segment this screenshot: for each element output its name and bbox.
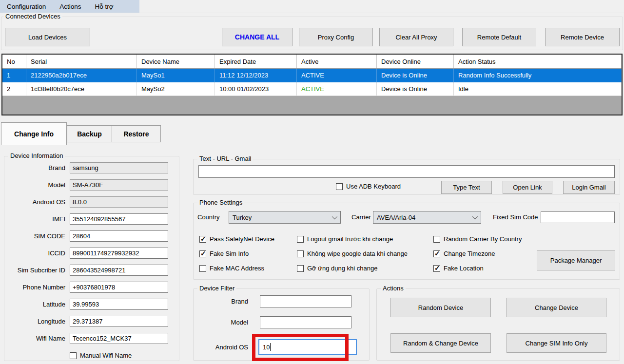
android-os-field[interactable] [70,196,168,208]
menu-strip: Configuration Actions Hỗ trợ [0,0,139,13]
menu-configuration[interactable]: Configuration [0,0,53,13]
use-adb-keyboard-checkbox[interactable]: Use ADB Keyboard [336,183,401,190]
brand-field[interactable] [70,162,168,173]
table-empty-area [2,96,622,115]
column-header-no[interactable]: No [2,55,26,68]
phone-number-field[interactable] [70,282,168,293]
longitude-label: Longitude [4,318,70,325]
fake-sim-info-label: Fake Sim Info [210,250,249,257]
filter-brand-input[interactable] [260,295,351,307]
login-gmail-button[interactable]: Login Gmail [563,181,615,194]
model-field[interactable] [70,179,168,191]
clear-all-proxy-button[interactable]: Clear All Proxy [379,28,453,46]
sim-subscriber-id-field[interactable] [70,265,168,276]
random-carrier-checkbox[interactable]: Random Carrier By Country [433,235,522,243]
random-device-button[interactable]: Random Device [390,298,491,317]
device-filter-group: Device Filter Brand Model Android OS 10 [193,288,370,361]
type-text-button[interactable]: Type Text [441,181,492,194]
checkbox-box-icon [433,265,440,272]
logout-gmail-label: Logout gmail trước khi change [307,235,393,243]
device-table: No Serial Device Name Expired Date Activ… [1,54,623,115]
country-dropdown[interactable]: Turkey [229,211,341,224]
fake-location-checkbox[interactable]: Fake Location [433,265,484,272]
tab-change-info[interactable]: Change Info [1,122,67,145]
go-ung-dung-checkbox[interactable]: Gỡ ứng dụng khi change [297,265,377,272]
checkbox-box-icon [336,183,343,190]
field-row-phone-number: Phone Number [4,282,179,293]
fixed-sim-code-input[interactable] [541,211,615,223]
cell-expired-date: 11:12 12/12/2023 [215,69,297,82]
field-row-wifi-name: Wifi Name [4,333,179,344]
change-sim-info-only-button[interactable]: Change SIM Info Only [507,333,606,353]
iccid-label: ICCID [4,249,70,257]
actions-title: Actions [381,285,406,292]
cell-no: 2 [2,82,26,96]
proxy-config-button[interactable]: Proxy Config [299,28,373,46]
khong-wipe-google-label: Không wipe google data khi change [307,250,408,257]
connected-devices-title: Connected Devices [3,13,62,20]
manual-wifi-name-label: Manual Wifi Name [80,352,132,359]
column-header-device-name[interactable]: Device Name [137,55,215,68]
fake-mac-address-checkbox[interactable]: Fake MAC Address [199,265,264,272]
khong-wipe-google-checkbox[interactable]: Không wipe google data khi change [297,250,408,257]
carrier-dropdown[interactable]: AVEA/Aria-04 [373,211,481,224]
text-url-gmail-group: Text - URL - Gmail Use ADB Keyboard Type… [193,159,620,195]
menu-ho-tro[interactable]: Hỗ trợ [88,0,120,13]
brand-label: Brand [4,164,70,172]
go-ung-dung-label: Gỡ ứng dụng khi change [307,265,377,272]
wifi-name-field[interactable] [70,333,168,344]
tab-restore[interactable]: Restore [112,125,161,142]
sim-code-field[interactable] [70,230,168,242]
change-device-button[interactable]: Change Device [507,298,606,317]
cell-device-online: Device is Online [377,82,454,96]
checkbox-box-icon [433,250,440,257]
checkbox-box-icon [297,265,304,272]
manual-wifi-name-checkbox[interactable]: Manual Wifi Name [70,352,132,359]
phone-number-label: Phone Number [4,284,70,291]
chevron-down-icon [472,214,478,219]
logout-gmail-checkbox[interactable]: Logout gmail trước khi change [297,235,393,243]
table-row[interactable]: 1 2122950a2b017ece MaySo1 11:12 12/12/20… [2,69,622,82]
remote-default-button[interactable]: Remote Default [462,28,536,46]
filter-brand-label: Brand [197,298,248,305]
cell-serial: 2122950a2b017ece [26,69,137,82]
column-header-expired-date[interactable]: Expired Date [215,55,297,68]
cell-active: ACTIVE [297,69,377,82]
text-url-gmail-input[interactable] [198,165,615,178]
column-header-device-online[interactable]: Device Online [377,55,454,68]
column-header-action-status[interactable]: Action Status [454,55,622,68]
load-devices-button[interactable]: Load Devices [5,28,90,46]
column-header-serial[interactable]: Serial [26,55,137,68]
device-information-group: Device Information Brand Model Android O… [4,156,179,361]
model-label: Model [4,181,70,189]
iccid-field[interactable] [70,248,168,259]
cell-active: ACTIVE [297,82,377,96]
latitude-label: Latitude [4,301,70,308]
table-row[interactable]: 2 1cf38e80b20c7ece MaySo2 10:00 01/02/20… [2,82,622,96]
pass-safetynet-checkbox[interactable]: Pass SafetyNet Device [199,235,274,243]
checkbox-box-icon [70,352,77,359]
latitude-field[interactable] [70,299,168,310]
open-link-button[interactable]: Open Link [503,181,552,194]
package-manager-button[interactable]: Package Manager [537,250,615,270]
sim-subscriber-id-label: Sim Subcriber ID [4,267,70,274]
android-os-label: Android OS [4,198,70,206]
imei-field[interactable] [70,213,168,225]
tab-backup[interactable]: Backup [67,125,112,142]
random-and-change-device-button[interactable]: Random & Change Device [390,333,491,353]
sim-code-label: SIM CODE [4,232,70,240]
change-all-button[interactable]: CHANGE ALL [222,28,292,46]
fake-sim-info-checkbox[interactable]: Fake Sim Info [199,250,249,257]
checkbox-box-icon [297,250,304,257]
menu-actions[interactable]: Actions [53,0,88,13]
phone-settings-group: Phone Settings Country Turkey Carrier AV… [193,203,620,280]
cell-device-name: MaySo1 [137,69,215,82]
filter-android-os-input[interactable]: 10 [258,339,357,355]
checkbox-box-icon [199,236,206,243]
filter-model-input[interactable] [260,316,351,328]
remote-device-button[interactable]: Remote Device [545,28,620,46]
longitude-field[interactable] [70,316,168,327]
carrier-label: Carrier [351,213,371,221]
column-header-active[interactable]: Active [297,55,377,68]
change-timezone-checkbox[interactable]: Change Timezone [433,250,495,257]
